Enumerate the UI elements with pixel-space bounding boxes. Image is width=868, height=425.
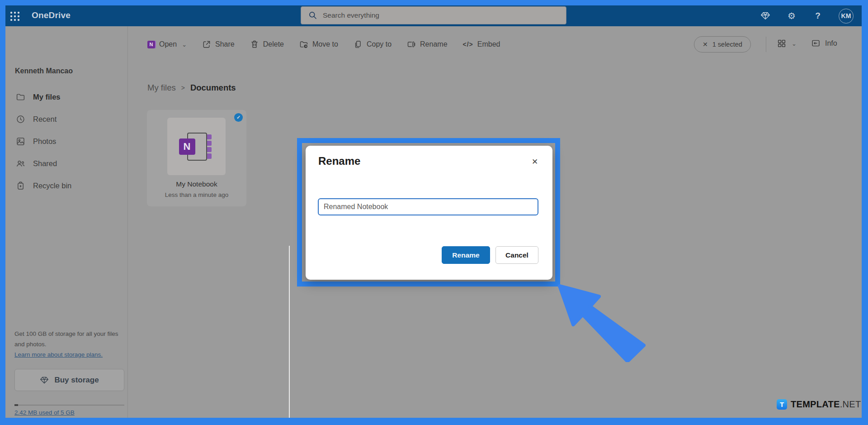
toolbar-share-button[interactable]: Share — [202, 40, 235, 49]
people-icon — [16, 159, 25, 168]
storage-promo-text: Get 100 GB of storage for all your files… — [14, 330, 118, 348]
settings-gear-icon[interactable]: ⚙ — [786, 10, 797, 21]
toolbar-delete-label: Delete — [263, 40, 284, 48]
toolbar-rename-label: Rename — [420, 40, 447, 48]
sidebar-nav: My files Recent Photos Shared Recycle bi… — [5, 86, 127, 197]
copy-to-icon — [354, 40, 363, 49]
toolbar-separator — [766, 37, 766, 52]
search-icon — [308, 11, 317, 20]
onenote-notebook-icon: N — [179, 132, 214, 162]
buy-storage-label: Buy storage — [54, 376, 99, 385]
sidebar-item-label: My files — [33, 93, 61, 101]
sidebar-item-recent[interactable]: Recent — [5, 108, 127, 130]
rename-icon — [407, 40, 416, 49]
sidebar-item-shared[interactable]: Shared — [5, 153, 127, 175]
file-thumbnail: N — [167, 118, 226, 175]
chevron-down-icon: ⌄ — [792, 40, 797, 47]
image-icon — [16, 137, 25, 146]
file-modified-time: Less than a minute ago — [147, 191, 246, 198]
storage-usage-link[interactable]: 2.42 MB used of 5 GB — [14, 409, 75, 416]
move-to-icon — [299, 40, 308, 49]
rename-dialog: Rename ✕ Rename Cancel — [306, 146, 552, 280]
selection-pill[interactable]: ✕ 1 selected — [694, 36, 751, 53]
delete-icon — [250, 40, 259, 49]
app-launcher-icon[interactable] — [10, 11, 20, 21]
rename-input[interactable] — [318, 198, 538, 215]
toolbar-embed-button[interactable]: </> Embed — [463, 40, 500, 48]
header-actions: ⚙ ? KM — [760, 5, 854, 26]
search-placeholder: Search everything — [323, 11, 379, 19]
template-brand-text: TEMPLATE.NET — [791, 399, 861, 410]
help-icon[interactable]: ? — [812, 10, 823, 21]
annotation-frame-bottom — [0, 418, 868, 425]
notebook-tabs — [207, 134, 212, 159]
sidebar-user-name: Kenneth Mancao — [15, 67, 73, 75]
premium-diamond-icon[interactable] — [760, 10, 771, 21]
view-options-button[interactable]: ⌄ — [777, 38, 797, 48]
template-net-watermark: T TEMPLATE.NET — [777, 399, 861, 410]
sidebar-item-my-files[interactable]: My files — [5, 86, 127, 108]
dialog-title: Rename — [318, 155, 360, 167]
info-pane-icon — [811, 38, 821, 48]
app-header: OneDrive Search everything ⚙ ? KM — [5, 5, 862, 26]
folder-icon — [16, 92, 25, 102]
annotation-arrow-icon — [555, 281, 646, 362]
close-icon[interactable]: ✕ — [529, 156, 541, 167]
search-input[interactable]: Search everything — [301, 6, 566, 24]
embed-icon: </> — [463, 41, 473, 48]
file-name: My Notebook — [147, 180, 246, 188]
clock-icon — [16, 115, 25, 124]
selection-count-label: 1 selected — [712, 41, 742, 48]
dismiss-selection-icon[interactable]: ✕ — [703, 41, 708, 48]
onenote-n-badge: N — [179, 138, 195, 155]
sidebar-item-label: Shared — [33, 159, 57, 168]
toolbar-share-label: Share — [215, 40, 235, 48]
rename-confirm-button[interactable]: Rename — [442, 246, 490, 264]
info-button[interactable]: Info — [811, 38, 837, 48]
selected-check-icon[interactable]: ✓ — [234, 113, 243, 122]
toolbar-embed-label: Embed — [477, 40, 500, 48]
diamond-icon — [40, 376, 49, 385]
buy-storage-button[interactable]: Buy storage — [14, 369, 124, 391]
sidebar-item-label: Photos — [33, 137, 56, 146]
toolbar-open-button[interactable]: N Open ⌄ — [147, 40, 187, 48]
toolbar-move-to-label: Move to — [312, 40, 338, 48]
sidebar-item-label: Recent — [33, 115, 57, 124]
sidebar-item-label: Recycle bin — [33, 181, 71, 190]
command-toolbar: N Open ⌄ Share Delete Move to Copy to Re… — [147, 36, 500, 53]
brand-suffix: .NET — [840, 399, 861, 410]
sidebar: Kenneth Mancao My files Recent Photos Sh… — [5, 26, 128, 418]
breadcrumb-separator-icon: > — [181, 84, 185, 91]
breadcrumb: My files > Documents — [147, 83, 236, 93]
toolbar-open-label: Open — [159, 40, 177, 48]
sidebar-item-photos[interactable]: Photos — [5, 130, 127, 153]
chevron-down-icon: ⌄ — [182, 41, 187, 48]
toolbar-copy-to-button[interactable]: Copy to — [354, 40, 392, 49]
annotation-frame-top — [0, 0, 868, 5]
toolbar-copy-to-label: Copy to — [367, 40, 392, 48]
app-title: OneDrive — [32, 10, 71, 20]
brand-bold: TEMPLATE — [791, 399, 840, 410]
storage-promo: Get 100 GB of storage for all your files… — [14, 329, 127, 360]
grid-view-icon — [777, 38, 787, 48]
share-icon — [202, 40, 211, 49]
avatar[interactable]: KM — [839, 9, 854, 24]
content-divider-line — [289, 246, 290, 418]
toolbar-delete-button[interactable]: Delete — [250, 40, 284, 49]
storage-quota-fill — [14, 404, 18, 406]
sidebar-item-recycle-bin[interactable]: Recycle bin — [5, 175, 127, 197]
annotation-frame-right — [862, 0, 868, 425]
info-label: Info — [825, 39, 837, 48]
file-tile-my-notebook[interactable]: N ✓ My Notebook Less than a minute ago — [147, 110, 246, 206]
toolbar-rename-button[interactable]: Rename — [407, 40, 447, 49]
template-logo-icon: T — [777, 399, 787, 410]
storage-learn-more-link[interactable]: Learn more about storage plans. — [14, 351, 103, 358]
breadcrumb-parent[interactable]: My files — [147, 83, 176, 93]
annotation-frame-left — [0, 0, 5, 425]
storage-quota-bar — [14, 405, 124, 406]
recycle-bin-icon — [16, 181, 25, 191]
onenote-icon: N — [147, 41, 155, 48]
toolbar-move-to-button[interactable]: Move to — [299, 40, 338, 49]
cancel-button[interactable]: Cancel — [495, 246, 538, 264]
breadcrumb-current: Documents — [190, 83, 236, 93]
